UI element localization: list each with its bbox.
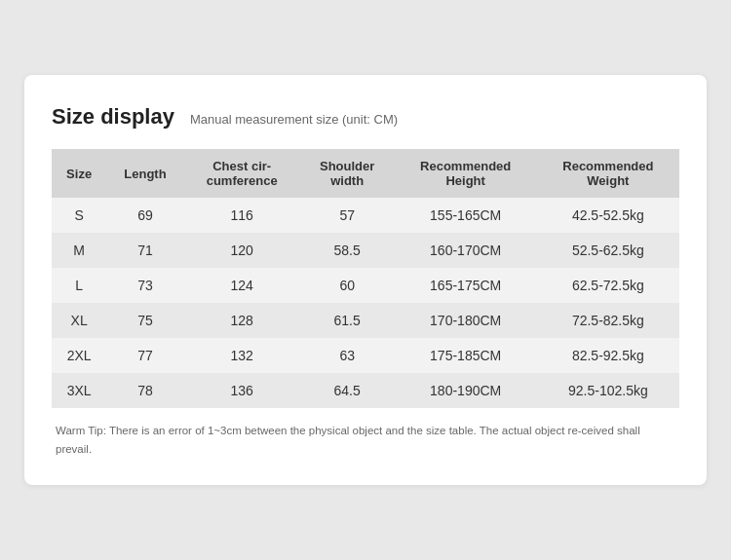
cell-weight: 52.5-62.5kg [537,233,679,268]
warm-tip: Warm Tip: There is an error of 1~3cm bet… [52,422,679,458]
cell-height: 155-165CM [395,198,537,233]
cell-length: 77 [106,338,183,373]
cell-chest: 116 [184,198,300,233]
cell-weight: 42.5-52.5kg [537,198,679,233]
cell-size: L [52,268,106,303]
cell-shoulder: 64.5 [300,373,395,408]
col-height: RecommendedHeight [395,149,537,198]
page-subtitle: Manual measurement size (unit: CM) [190,112,398,127]
cell-length: 69 [106,198,183,233]
cell-length: 75 [106,303,183,338]
size-display-card: Size display Manual measurement size (un… [24,75,707,485]
col-shoulder: Shoulderwidth [300,149,395,198]
cell-length: 78 [106,373,183,408]
table-row: XL7512861.5170-180CM72.5-82.5kg [52,303,679,338]
cell-length: 71 [106,233,183,268]
table-row: 3XL7813664.5180-190CM92.5-102.5kg [52,373,679,408]
cell-height: 160-170CM [395,233,537,268]
table-header-row: Size Length Chest cir-cumference Shoulde… [52,149,679,198]
cell-shoulder: 61.5 [300,303,395,338]
cell-size: S [52,198,106,233]
cell-size: 3XL [52,373,106,408]
cell-weight: 92.5-102.5kg [537,373,679,408]
cell-chest: 128 [184,303,300,338]
col-size: Size [52,149,106,198]
col-weight: RecommendedWeight [537,149,679,198]
page-title: Size display [52,104,174,130]
cell-chest: 132 [184,338,300,373]
cell-chest: 124 [184,268,300,303]
cell-shoulder: 57 [300,198,395,233]
cell-weight: 82.5-92.5kg [537,338,679,373]
table-row: M7112058.5160-170CM52.5-62.5kg [52,233,679,268]
cell-shoulder: 60 [300,268,395,303]
card-header: Size display Manual measurement size (un… [52,104,679,130]
cell-shoulder: 58.5 [300,233,395,268]
cell-size: XL [52,303,106,338]
cell-height: 170-180CM [395,303,537,338]
table-header: Size Length Chest cir-cumference Shoulde… [52,149,679,198]
table-row: 2XL7713263175-185CM82.5-92.5kg [52,338,679,373]
cell-size: 2XL [52,338,106,373]
cell-chest: 120 [184,233,300,268]
table-row: S6911657155-165CM42.5-52.5kg [52,198,679,233]
cell-weight: 62.5-72.5kg [537,268,679,303]
cell-weight: 72.5-82.5kg [537,303,679,338]
cell-shoulder: 63 [300,338,395,373]
cell-height: 165-175CM [395,268,537,303]
cell-chest: 136 [184,373,300,408]
cell-size: M [52,233,106,268]
col-length: Length [106,149,183,198]
cell-height: 180-190CM [395,373,537,408]
table-body: S6911657155-165CM42.5-52.5kgM7112058.516… [52,198,679,408]
cell-height: 175-185CM [395,338,537,373]
cell-length: 73 [106,268,183,303]
table-row: L7312460165-175CM62.5-72.5kg [52,268,679,303]
col-chest: Chest cir-cumference [184,149,300,198]
size-table: Size Length Chest cir-cumference Shoulde… [52,149,679,408]
